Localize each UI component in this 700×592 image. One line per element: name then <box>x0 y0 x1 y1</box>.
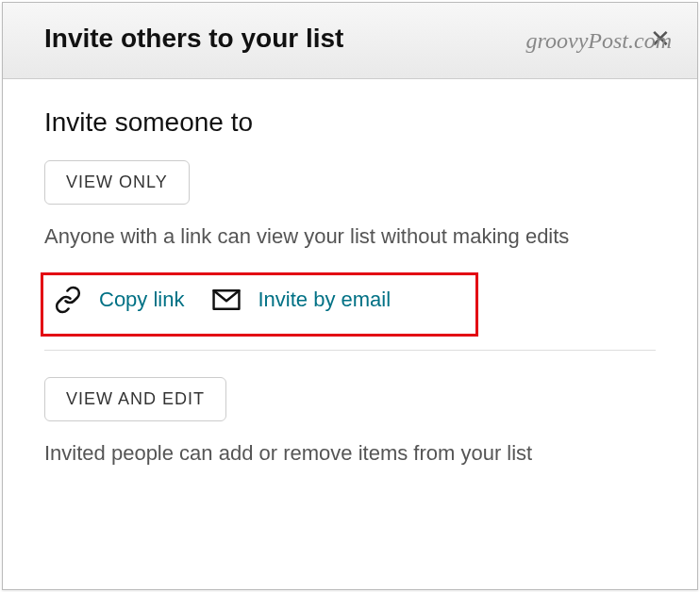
modal-title: Invite others to your list <box>44 24 343 54</box>
link-icon <box>54 286 82 314</box>
copy-link-label: Copy link <box>99 288 184 312</box>
invite-modal: Invite others to your list ✕ groovyPost.… <box>2 2 698 590</box>
invite-email-action[interactable]: Invite by email <box>212 288 391 312</box>
close-button[interactable]: ✕ <box>650 26 671 51</box>
copy-link-action[interactable]: Copy link <box>54 286 184 314</box>
section-divider <box>44 350 656 351</box>
section-title: Invite someone to <box>44 107 656 138</box>
actions-row: Copy link Invite by email <box>44 271 656 333</box>
view-only-description: Anyone with a link can view your list wi… <box>44 222 656 252</box>
mail-icon <box>212 289 241 310</box>
view-and-edit-button[interactable]: VIEW AND EDIT <box>44 377 226 421</box>
modal-header: Invite others to your list ✕ <box>3 3 697 79</box>
modal-body: Invite someone to VIEW ONLY Anyone with … <box>3 79 697 516</box>
invite-email-label: Invite by email <box>258 288 391 312</box>
view-only-button[interactable]: VIEW ONLY <box>44 160 190 205</box>
view-edit-description: Invited people can add or remove items f… <box>44 438 656 469</box>
